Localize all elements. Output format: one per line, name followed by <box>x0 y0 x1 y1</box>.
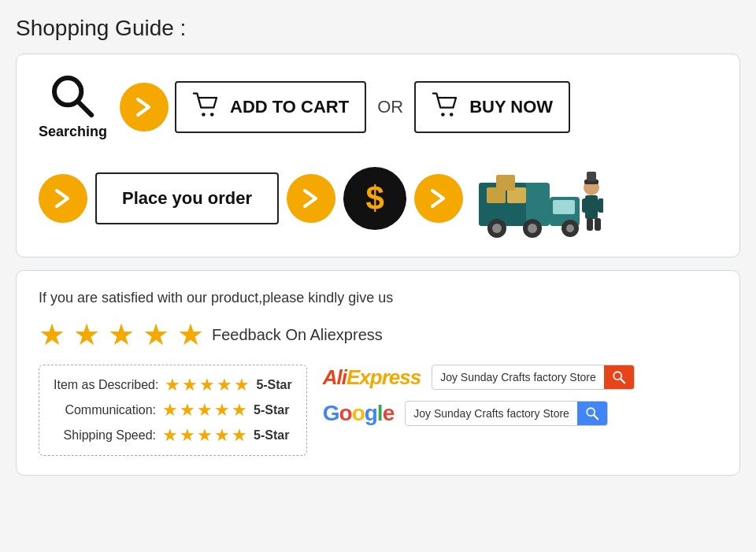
mini-stars-item: ★ ★ ★ ★ ★ <box>165 375 250 395</box>
rating-label-comm: Communication: <box>54 403 156 417</box>
svg-rect-9 <box>553 200 575 214</box>
aliexpress-logo: AliExpress <box>323 365 421 390</box>
rating-row-item: Item as Described: ★ ★ ★ ★ ★ 5-Star <box>54 375 292 395</box>
feedback-bottom: Item as Described: ★ ★ ★ ★ ★ 5-Star Comm… <box>39 365 717 456</box>
searching-step: Searching <box>39 73 107 140</box>
svg-rect-22 <box>598 198 603 213</box>
grade-ship: 5-Star <box>254 428 289 443</box>
svg-line-28 <box>621 379 624 383</box>
aliexpress-search-button[interactable] <box>604 365 634 389</box>
svg-rect-24 <box>595 218 601 231</box>
rating-label-item: Item as Described: <box>54 378 158 392</box>
page-title: Shopping Guide : <box>16 16 740 41</box>
svg-point-5 <box>450 113 454 117</box>
google-search-button[interactable] <box>577 402 607 425</box>
dollar-symbol: $ <box>365 180 384 217</box>
svg-point-2 <box>202 113 206 117</box>
google-row: Google Joy Sunday Crafts factory Store <box>323 401 635 426</box>
main-star-1: ★ <box>39 317 65 352</box>
mini-stars-ship: ★ ★ ★ ★ ★ <box>162 425 247 446</box>
main-star-4: ★ <box>143 317 169 352</box>
svg-point-15 <box>566 224 574 232</box>
svg-rect-23 <box>587 218 593 231</box>
mini-stars-comm: ★ ★ ★ ★ ★ <box>162 400 247 420</box>
arrow-circle-2 <box>39 174 87 223</box>
place-order-label: Place you order <box>122 188 252 208</box>
satisfaction-text: If you are satisfied with our product,pl… <box>39 290 717 306</box>
feedback-on-label: Feedback On Aliexpress <box>212 326 383 344</box>
svg-line-30 <box>594 415 598 419</box>
google-search-icon <box>585 406 599 420</box>
main-star-2: ★ <box>73 317 100 352</box>
arrow-icon-2 <box>50 186 76 211</box>
search-icon <box>50 73 97 120</box>
svg-point-13 <box>528 224 537 233</box>
buy-now-button[interactable]: BUY NOW <box>414 81 570 133</box>
aliexpress-search-icon <box>612 370 626 384</box>
cart-icon-buy <box>432 91 460 124</box>
svg-line-1 <box>78 102 91 115</box>
svg-rect-18 <box>496 175 515 191</box>
rating-table: Item as Described: ★ ★ ★ ★ ★ 5-Star Comm… <box>39 365 307 456</box>
grade-item: 5-Star <box>256 378 291 392</box>
rating-label-ship: Shipping Speed: <box>54 428 156 443</box>
arrow-circle-4 <box>414 174 463 223</box>
grade-comm: 5-Star <box>254 403 289 417</box>
aliexpress-row: AliExpress Joy Sunday Crafts factory Sto… <box>323 365 635 390</box>
arrow-icon-4 <box>426 186 451 211</box>
google-logo: Google <box>323 401 394 426</box>
shopping-steps-card: Searching ADD TO CART OR <box>16 54 740 257</box>
arrow-icon-1 <box>132 94 157 120</box>
place-order-button[interactable]: Place you order <box>95 172 279 224</box>
rating-row-ship: Shipping Speed: ★ ★ ★ ★ ★ 5-Star <box>54 425 292 446</box>
add-to-cart-button[interactable]: ADD TO CART <box>175 81 366 133</box>
arrow-circle-3 <box>287 174 335 223</box>
platform-column: AliExpress Joy Sunday Crafts factory Sto… <box>323 365 635 426</box>
steps-row-2: Place you order $ <box>39 159 717 238</box>
main-star-5: ★ <box>177 317 204 352</box>
searching-label: Searching <box>39 124 107 140</box>
google-store-search[interactable]: Joy Sunday Crafts factory Store <box>405 401 608 426</box>
delivery-svg <box>477 159 603 238</box>
svg-rect-26 <box>587 172 596 181</box>
rating-row-comm: Communication: ★ ★ ★ ★ ★ 5-Star <box>54 400 292 420</box>
google-store-name: Joy Sunday Crafts factory Store <box>406 402 577 424</box>
svg-rect-21 <box>582 198 588 213</box>
main-star-3: ★ <box>108 317 135 352</box>
arrow-circle-1 <box>120 83 169 132</box>
delivery-illustration <box>477 159 603 238</box>
arrow-icon-3 <box>298 186 324 211</box>
or-label: OR <box>377 97 403 117</box>
buy-now-label: BUY NOW <box>469 97 553 117</box>
svg-point-4 <box>441 113 445 117</box>
aliexpress-store-search[interactable]: Joy Sunday Crafts factory Store <box>432 365 635 390</box>
aliexpress-store-name: Joy Sunday Crafts factory Store <box>432 366 604 388</box>
svg-point-3 <box>210 113 214 117</box>
payment-icon: $ <box>343 167 406 230</box>
feedback-card: If you are satisfied with our product,pl… <box>16 270 740 476</box>
add-to-cart-label: ADD TO CART <box>230 97 349 117</box>
steps-row-1: Searching ADD TO CART OR <box>39 73 717 140</box>
cart-icon-add <box>192 91 220 124</box>
svg-point-11 <box>492 224 502 233</box>
main-stars-row: ★ ★ ★ ★ ★ Feedback On Aliexpress <box>39 317 717 352</box>
